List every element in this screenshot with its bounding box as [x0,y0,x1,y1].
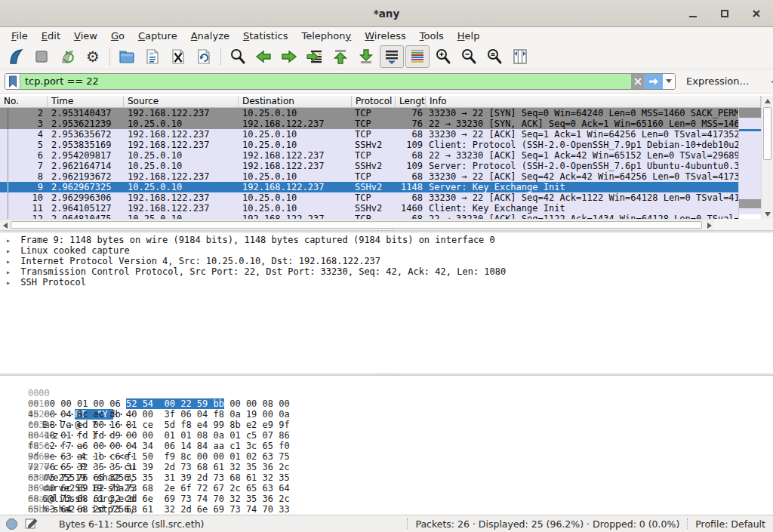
packet-row[interactable]: 8 2.962193672 192.168.122.237 10.25.0.10… [0,171,738,182]
column-header-time[interactable]: Time [48,96,124,108]
packet-row[interactable]: 5 2.953835169 192.168.122.237 10.25.0.10… [0,140,738,150]
packet-row[interactable]: 12 2.964810475 10.25.0.10 192.168.122.23… [0,214,738,219]
menu-item-capture[interactable]: Capture [131,29,184,43]
menu-item-go[interactable]: Go [104,29,131,43]
shark-fin-start-icon [7,48,25,66]
start-capture-button[interactable] [4,45,28,68]
find-packet-button[interactable] [226,45,250,68]
scrollbar-corner [714,219,773,230]
detail-row[interactable]: ▸ Linux cooked capture [0,245,773,256]
filter-dropdown-button[interactable] [663,74,675,89]
packet-list-pane: No. Time Source Destination Protocol Len… [0,96,773,230]
packet-row[interactable]: 9 2.962967325 10.25.0.10 192.168.122.237… [0,182,738,192]
detail-row[interactable]: ▸ SSH Protocol [0,277,773,288]
go-to-packet-icon [306,48,324,66]
zoom-in-button[interactable] [431,45,455,68]
menu-item-wireless[interactable]: Wireless [358,29,412,43]
expand-arrow-icon[interactable]: ▸ [6,267,15,278]
column-header-protocol[interactable]: Protocol [352,96,396,108]
toolbar-separator [109,48,110,66]
hscroll-thumb[interactable] [11,221,702,229]
menu-item-file[interactable]: File [5,29,35,43]
restart-capture-button[interactable] [55,45,79,68]
column-header-destination[interactable]: Destination [239,96,352,108]
expand-arrow-icon[interactable]: ▸ [6,246,15,257]
display-filter-input[interactable] [20,74,631,89]
menu-item-statistics[interactable]: Statistics [236,29,295,43]
go-back-button[interactable] [251,45,276,68]
expand-arrow-icon[interactable]: ▸ [6,257,15,267]
expert-info-icon[interactable] [6,518,17,530]
detail-row[interactable]: ▸ Transmission Control Protocol, Src Por… [0,266,773,277]
close-button[interactable] [746,3,767,24]
status-profile[interactable]: Profile: Default [695,518,773,530]
maximize-button[interactable] [714,3,735,24]
colorize-icon [408,48,427,66]
scroll-down-arrow[interactable] [762,209,773,219]
go-forward-button[interactable] [277,45,301,68]
column-header-source[interactable]: Source [124,96,239,108]
go-to-first-button[interactable] [328,45,353,68]
packet-list-hscrollbar[interactable] [0,219,714,230]
packet-rows: 2 2.953140437 192.168.122.237 10.25.0.10… [0,108,738,219]
scroll-up-arrow[interactable] [762,96,773,106]
close-file-icon [169,48,187,66]
hex-row[interactable]: 0010 45 00 04 6c ec db 40 00 3f 06 04 f8… [6,388,773,398]
minimize-button[interactable] [682,3,704,24]
open-file-button[interactable] [115,45,139,68]
hex-row[interactable]: 0000 00 00 00 01 00 06 52 54 00 22 59 bb… [6,377,773,388]
expand-arrow-icon[interactable]: ▸ [6,278,15,288]
filter-bookmark-button[interactable] [5,74,20,89]
packet-row[interactable]: 6 2.954209817 10.25.0.10 192.168.122.237… [0,150,738,161]
hex-bytes: 00 00 00 01 00 06 52 54 00 22 59 bb 00 0… [28,398,290,409]
hex-offset: 0030 [28,420,50,430]
vscroll-thumb[interactable] [763,107,771,160]
scrollbar-minimap[interactable] [738,108,761,219]
reload-file-button[interactable] [192,45,216,68]
chevron-down-icon [666,79,672,83]
go-to-last-button[interactable] [354,45,378,68]
detail-text: Frame 9: 1148 bytes on wire (9184 bits),… [20,235,495,245]
auto-scroll-toggle[interactable] [380,45,404,68]
column-header-no[interactable]: No. [0,96,48,108]
capture-options-button[interactable]: ⚙ [81,45,105,68]
detail-row[interactable]: ▸ Internet Protocol Version 4, Src: 10.2… [0,256,773,266]
resize-columns-button[interactable] [508,45,532,68]
stop-capture-button[interactable] [29,45,54,68]
go-to-packet-button[interactable] [303,45,327,68]
filter-clear-button[interactable] [631,74,644,89]
detail-text: Transmission Control Protocol, Src Port:… [20,266,506,277]
status-separator [407,518,408,529]
expand-arrow-icon[interactable]: ▸ [6,235,15,246]
menu-item-analyze[interactable]: Analyze [184,29,236,43]
menu-item-view[interactable]: View [67,29,104,43]
menu-item-edit[interactable]: Edit [35,29,67,43]
arrow-right-icon [280,48,298,66]
packet-row[interactable]: 4 2.953635672 192.168.122.237 10.25.0.10… [0,129,738,140]
packet-row[interactable]: 3 2.953621239 10.25.0.10 192.168.122.237… [0,118,738,129]
packet-list-vscrollbar[interactable] [761,96,773,219]
colorize-toggle[interactable] [405,45,430,68]
packet-row[interactable]: 10 2.962996306 192.168.122.237 10.25.0.1… [0,192,738,203]
menu-item-telephony[interactable]: Telephony [294,29,358,43]
column-header-length[interactable]: Length [396,96,426,108]
detail-row[interactable]: ▸ Frame 9: 1148 bytes on wire (9184 bits… [0,235,773,245]
capture-comment-icon[interactable] [25,518,38,530]
save-file-button[interactable] [140,45,165,68]
zoom-out-button[interactable] [457,45,481,68]
add-filter-button[interactable]: + [766,74,773,89]
packet-row[interactable]: 7 2.962164714 10.25.0.10 192.168.122.237… [0,161,738,171]
zoom-original-button[interactable] [482,45,507,68]
packet-row[interactable]: 11 2.964105127 192.168.122.237 10.25.0.1… [0,203,738,214]
filter-apply-button[interactable] [644,74,663,89]
column-header-info[interactable]: Info [426,96,761,108]
menu-item-tools[interactable]: Tools [413,29,451,43]
close-file-button[interactable] [166,45,190,68]
hex-bytes: f8 c2 f7 a6 00 00 04 34 06 14 84 aa c1 3… [28,441,290,451]
packet-row[interactable]: 2 2.953140437 192.168.122.237 10.25.0.10… [0,108,738,118]
expression-link[interactable]: Expression… [686,75,750,87]
scroll-right-arrow[interactable] [704,220,714,231]
scroll-left-arrow[interactable] [0,220,10,231]
menu-item-help[interactable]: Help [451,29,487,43]
packet-list-header: No. Time Source Destination Protocol Len… [0,96,761,108]
